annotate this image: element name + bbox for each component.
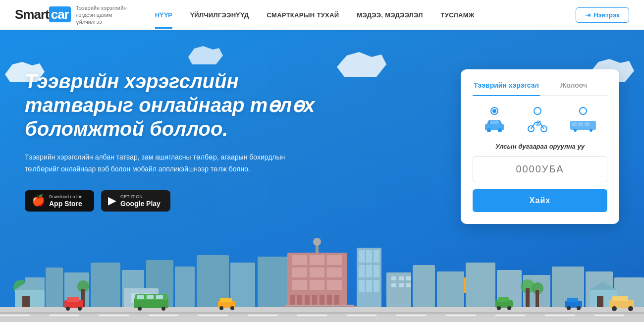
card-label: Улсын дугаараа оруулна уу: [473, 143, 607, 150]
svg-rect-26: [297, 315, 327, 316]
svg-rect-55: [310, 280, 324, 290]
svg-rect-76: [366, 280, 372, 292]
logo: Smartcar Тээврийн хэрэглийн нэгдсэн цахи…: [15, 4, 135, 26]
svg-rect-48: [292, 255, 307, 265]
svg-rect-105: [597, 296, 603, 307]
svg-rect-49: [310, 255, 324, 265]
vehicle-bus[interactable]: [568, 107, 598, 132]
svg-rect-31: [545, 315, 575, 316]
vehicle-car[interactable]: [482, 107, 507, 132]
svg-point-112: [78, 307, 82, 311]
plate-input[interactable]: [473, 156, 607, 182]
svg-point-127: [507, 306, 511, 310]
svg-rect-13: [572, 122, 577, 126]
svg-rect-129: [567, 298, 578, 302]
search-card: Тээврийн хэрэгсэл Жолооч: [461, 69, 619, 224]
svg-rect-41: [230, 263, 255, 307]
svg-rect-65: [282, 306, 357, 307]
svg-point-131: [577, 306, 581, 310]
vehicle-motorcycle[interactable]: [525, 107, 550, 132]
svg-rect-25: [248, 315, 277, 316]
card-tabs: Тээврийн хэрэгсэл Жолооч: [473, 81, 607, 96]
appstore-button[interactable]: 🍎 Download on the App Store: [25, 190, 94, 212]
svg-rect-69: [359, 250, 365, 263]
hero-subtitle: Тээврийн хэрэгслийн албан татвар, зам аш…: [25, 152, 312, 175]
svg-rect-14: [578, 122, 583, 126]
login-icon: ⇥: [585, 11, 590, 19]
svg-rect-115: [137, 295, 144, 299]
svg-rect-93: [391, 276, 396, 280]
svg-rect-86: [437, 271, 464, 307]
nav-item-news[interactable]: МЭДЭЭ, МЭДЭЭЛЭЛ: [357, 11, 423, 19]
nav-item-about[interactable]: СМАРТКАРЫН ТУХАЙ: [267, 11, 339, 19]
svg-rect-133: [612, 296, 628, 301]
nav-item-home[interactable]: НҮҮР: [155, 11, 172, 19]
svg-rect-32: [594, 315, 624, 316]
main-nav: НҮҮР ҮЙЛЧИЛГЭЭНҮҮД СМАРТКАРЫН ТУХАЙ МЭДЭ…: [155, 11, 576, 19]
svg-rect-117: [156, 295, 163, 299]
logo-subtitle: Тээврийн хэрэглийн нэгдсэн цахим үйлчилг…: [76, 4, 135, 26]
svg-rect-100: [526, 288, 530, 307]
svg-point-135: [628, 306, 633, 311]
radio-car[interactable]: [490, 107, 498, 115]
search-button[interactable]: Хайх: [473, 189, 607, 212]
svg-rect-95: [406, 276, 411, 280]
svg-point-16: [574, 129, 577, 132]
motorcycle-icon: [525, 118, 550, 132]
radio-bus[interactable]: [579, 107, 587, 115]
svg-rect-116: [147, 295, 154, 299]
header: Smartcar Тээврийн хэрэглийн нэгдсэн цахи…: [0, 0, 644, 30]
svg-rect-56: [327, 280, 342, 290]
svg-rect-24: [198, 315, 228, 316]
svg-point-118: [138, 307, 142, 311]
svg-rect-121: [220, 298, 232, 302]
city-skyline: [0, 213, 644, 322]
hero-section: Тээврийн хэрэгслийн татварыг онлайнаар т…: [0, 30, 644, 322]
hero-title: Тээврийн хэрэгслийн татварыг онлайнаар т…: [25, 69, 332, 141]
googleplay-button[interactable]: ▶ GET IT ON Google Play: [101, 190, 170, 212]
cloud-2: [337, 50, 386, 79]
svg-point-134: [612, 306, 617, 311]
svg-point-119: [161, 307, 165, 311]
tab-vehicle[interactable]: Тээврийн хэрэгсэл: [473, 81, 540, 95]
radio-motorcycle[interactable]: [534, 107, 541, 115]
svg-rect-74: [374, 265, 379, 277]
svg-rect-125: [498, 297, 509, 302]
svg-rect-97: [399, 283, 404, 287]
svg-rect-85: [413, 265, 435, 307]
svg-point-126: [497, 306, 501, 310]
svg-rect-51: [292, 268, 307, 277]
svg-marker-3: [188, 46, 223, 64]
google-play-icon: ▶: [108, 194, 116, 207]
svg-point-67: [313, 238, 321, 246]
svg-point-11: [536, 123, 540, 126]
svg-point-111: [66, 307, 70, 311]
nav-item-services[interactable]: ҮЙЛЧИЛГЭЭНҮҮД: [190, 11, 249, 19]
svg-rect-87: [466, 263, 495, 307]
svg-rect-23: [149, 315, 178, 316]
svg-rect-28: [396, 315, 426, 316]
svg-rect-30: [495, 315, 525, 316]
svg-rect-19: [0, 312, 644, 314]
svg-rect-53: [327, 268, 342, 277]
bus-icon: [568, 118, 598, 132]
svg-point-17: [590, 129, 592, 132]
svg-rect-8: [490, 120, 499, 124]
svg-rect-42: [258, 257, 292, 307]
svg-point-122: [219, 306, 223, 310]
svg-marker-1: [337, 52, 386, 77]
vehicle-options: [473, 107, 607, 132]
googleplay-text: GET IT ON Google Play: [120, 194, 161, 208]
car-icon: [482, 118, 507, 132]
nav-item-help[interactable]: ТУСЛАМЖ: [441, 11, 475, 19]
svg-rect-110: [67, 297, 79, 302]
logo-highlight: car: [49, 6, 71, 22]
login-button[interactable]: ⇥ Нэвтрэх: [576, 7, 629, 23]
svg-rect-15: [585, 122, 590, 126]
svg-rect-36: [91, 263, 120, 307]
svg-rect-52: [310, 268, 324, 277]
hero-content: Тээврийн хэрэгслийн татварыг онлайнаар т…: [25, 69, 332, 212]
apple-icon: 🍎: [32, 194, 45, 207]
cloud-4: [188, 45, 223, 67]
tab-driver[interactable]: Жолооч: [540, 81, 607, 95]
